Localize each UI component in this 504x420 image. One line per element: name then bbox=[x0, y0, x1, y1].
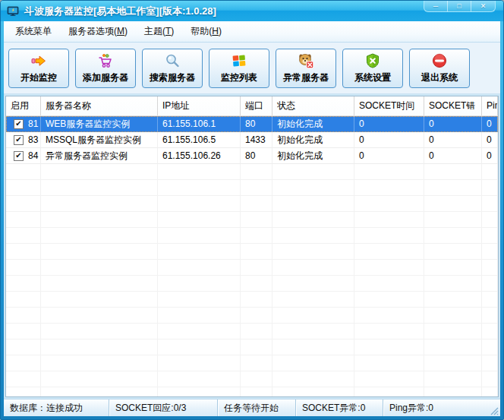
status-cell: 初始化完成 bbox=[272, 148, 354, 164]
app-monitor-icon bbox=[7, 5, 19, 17]
start-monitor-button[interactable]: 开始监控 bbox=[8, 49, 69, 88]
status-socket-error: SOCKET异常:0 bbox=[295, 399, 383, 416]
socket-time-cell: 0 bbox=[354, 148, 424, 164]
content-area: 启用 服务器名称 IP地址 端口 状态 SOCKET时间 SOCKET错 Pin… bbox=[4, 94, 500, 399]
empty-grid-row bbox=[6, 339, 498, 355]
enabled-checkbox[interactable]: ✔ bbox=[14, 135, 24, 145]
windows-logo-icon bbox=[231, 52, 247, 69]
check-icon: ✔ bbox=[15, 120, 21, 128]
add-server-cart-icon bbox=[97, 52, 114, 69]
menu-item-server-options[interactable]: 服务器选项(M) bbox=[60, 21, 136, 42]
status-cell: 初始化完成 bbox=[272, 116, 354, 132]
status-bar: 数据库：连接成功 SOCKET回应:0/3 任务等待开始 SOCKET异常:0 … bbox=[4, 399, 500, 416]
server-name-cell: MSSQL服务器监控实例 bbox=[41, 132, 158, 148]
empty-grid-row bbox=[6, 292, 498, 308]
empty-grid bbox=[6, 164, 498, 396]
column-header-socket-time[interactable]: SOCKET时间 bbox=[354, 96, 424, 115]
socket-time-cell: 0 bbox=[354, 132, 424, 148]
server-list: 启用 服务器名称 IP地址 端口 状态 SOCKET时间 SOCKET错 Pin… bbox=[5, 96, 499, 397]
enabled-checkbox[interactable]: ✔ bbox=[14, 151, 24, 161]
empty-grid-row bbox=[6, 260, 498, 276]
enable-cell: ✔ 84 bbox=[6, 148, 41, 164]
column-header-ip[interactable]: IP地址 bbox=[158, 96, 241, 115]
enable-cell: ✔ 83 bbox=[6, 132, 41, 148]
enable-cell: ✔ 81 bbox=[6, 116, 41, 132]
server-name-cell: WEB服务器监控实例 bbox=[41, 116, 158, 132]
status-socket-response: SOCKET回应:0/3 bbox=[109, 399, 217, 416]
port-cell: 80 bbox=[241, 116, 272, 132]
dog-error-icon bbox=[298, 52, 314, 69]
search-icon bbox=[164, 52, 181, 69]
ping-error-cell: 0 bbox=[482, 132, 498, 148]
empty-grid-row bbox=[6, 355, 498, 371]
app-window: 斗波服务器监控[易本地工作室][版本:1.0.28] ─ □ ✕ 系统菜单 服务… bbox=[0, 0, 504, 420]
ping-error-cell: 0 bbox=[482, 116, 498, 132]
socket-error-cell: 0 bbox=[424, 132, 482, 148]
window-body: 系统菜单 服务器选项(M) 主题(T) 帮助(H) 开始监控 添加服务器 bbox=[4, 21, 500, 416]
start-arrow-icon bbox=[30, 52, 47, 69]
menu-item-help[interactable]: 帮助(H) bbox=[182, 21, 230, 42]
empty-grid-row bbox=[6, 212, 498, 228]
resize-grip-icon[interactable] bbox=[490, 407, 499, 415]
socket-time-cell: 0 bbox=[354, 116, 424, 132]
empty-grid-row bbox=[6, 387, 498, 396]
window-controls: ─ □ ✕ bbox=[424, 1, 496, 12]
column-header-ping-error[interactable]: Ping异常 bbox=[482, 96, 498, 115]
toolbar: 开始监控 添加服务器 搜索服务器 监控列表 bbox=[4, 43, 500, 94]
exit-system-button[interactable]: 退出系统 bbox=[409, 49, 470, 88]
table-header: 启用 服务器名称 IP地址 端口 状态 SOCKET时间 SOCKET错 Pin… bbox=[6, 96, 498, 116]
maximize-button[interactable]: □ bbox=[448, 1, 471, 11]
row-id: 83 bbox=[28, 134, 38, 145]
ping-error-cell: 0 bbox=[482, 148, 498, 164]
empty-grid-row bbox=[6, 308, 498, 324]
close-button[interactable]: ✕ bbox=[471, 1, 495, 11]
ip-cell: 61.155.106.5 bbox=[158, 132, 241, 148]
empty-grid-row bbox=[6, 164, 498, 180]
empty-grid-row bbox=[6, 228, 498, 244]
ip-cell: 61.155.106.1 bbox=[158, 116, 241, 132]
table-row[interactable]: ✔ 84 异常服务器监控实例 61.155.106.26 80 初始化完成 0 … bbox=[6, 148, 498, 164]
column-header-port[interactable]: 端口 bbox=[241, 96, 272, 115]
status-task: 任务等待开始 bbox=[217, 399, 295, 416]
minimize-button[interactable]: ─ bbox=[424, 1, 448, 11]
window-title: 斗波服务器监控[易本地工作室][版本:1.0.28] bbox=[24, 5, 216, 18]
check-icon: ✔ bbox=[15, 136, 21, 144]
row-id: 84 bbox=[28, 150, 38, 161]
status-ping-error: Ping异常:0 bbox=[383, 399, 500, 416]
row-id: 81 bbox=[28, 118, 38, 129]
empty-grid-row bbox=[6, 196, 498, 212]
empty-grid-row bbox=[6, 276, 498, 292]
no-entry-icon bbox=[431, 52, 448, 69]
port-cell: 80 bbox=[241, 148, 272, 164]
menu-bar: 系统菜单 服务器选项(M) 主题(T) 帮助(H) bbox=[4, 21, 500, 43]
column-header-server-name[interactable]: 服务器名称 bbox=[41, 96, 158, 115]
column-header-enabled[interactable]: 启用 bbox=[6, 96, 41, 115]
column-header-socket-error[interactable]: SOCKET错 bbox=[424, 96, 482, 115]
status-cell: 初始化完成 bbox=[272, 132, 354, 148]
title-bar: 斗波服务器监控[易本地工作室][版本:1.0.28] ─ □ ✕ bbox=[1, 1, 503, 21]
empty-grid-row bbox=[6, 180, 498, 196]
empty-grid-row bbox=[6, 371, 498, 387]
enabled-checkbox[interactable]: ✔ bbox=[14, 119, 24, 129]
check-icon: ✔ bbox=[15, 152, 21, 159]
server-name-cell: 异常服务器监控实例 bbox=[41, 148, 158, 164]
abnormal-server-button[interactable]: 异常服务器 bbox=[276, 49, 336, 88]
socket-error-cell: 0 bbox=[424, 148, 482, 164]
table-row[interactable]: ✔ 81 WEB服务器监控实例 61.155.106.1 80 初始化完成 0 … bbox=[6, 116, 498, 132]
monitor-list-button[interactable]: 监控列表 bbox=[209, 49, 269, 88]
add-server-button[interactable]: 添加服务器 bbox=[75, 49, 136, 88]
search-server-button[interactable]: 搜索服务器 bbox=[142, 49, 203, 88]
ip-cell: 61.155.106.26 bbox=[158, 148, 241, 164]
system-settings-button[interactable]: 系统设置 bbox=[342, 49, 403, 88]
column-header-status[interactable]: 状态 bbox=[272, 96, 354, 115]
empty-grid-row bbox=[6, 324, 498, 339]
status-database: 数据库：连接成功 bbox=[4, 399, 109, 416]
port-cell: 1433 bbox=[241, 132, 272, 148]
socket-error-cell: 0 bbox=[424, 116, 482, 132]
table-row[interactable]: ✔ 83 MSSQL服务器监控实例 61.155.106.5 1433 初始化完… bbox=[6, 132, 498, 148]
empty-grid-row bbox=[6, 244, 498, 260]
shield-icon bbox=[364, 52, 381, 69]
menu-item-theme[interactable]: 主题(T) bbox=[136, 21, 182, 42]
menu-item-system[interactable]: 系统菜单 bbox=[7, 21, 60, 42]
